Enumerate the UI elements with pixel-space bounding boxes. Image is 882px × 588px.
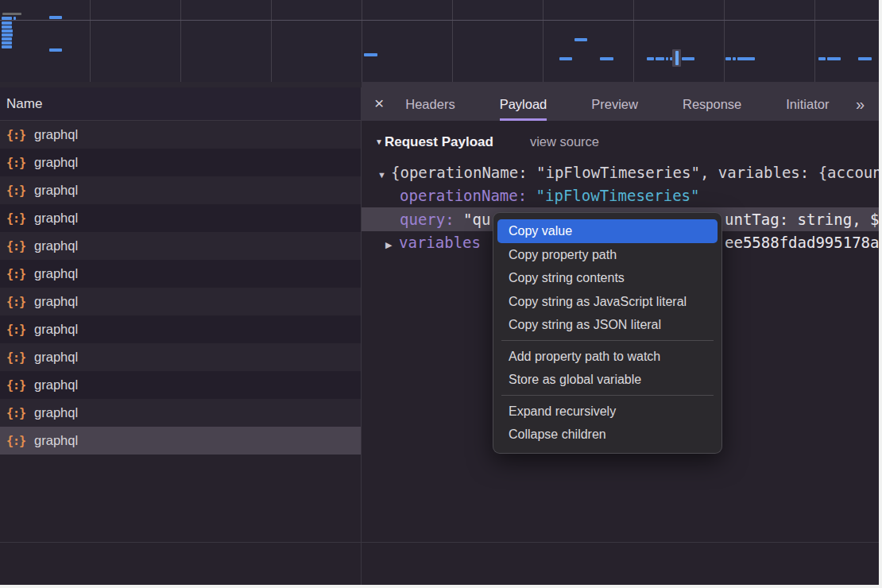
fetch-xhr-icon: {:} bbox=[6, 267, 25, 281]
fetch-xhr-icon: {:} bbox=[6, 239, 25, 253]
overview-gridline bbox=[633, 0, 634, 82]
request-name-label: graphql bbox=[34, 377, 78, 393]
menu-separator bbox=[501, 340, 714, 341]
overview-gridline bbox=[724, 0, 725, 82]
overview-request-bar bbox=[858, 57, 872, 60]
details-tabs: HeadersPayloadPreviewResponseInitiator bbox=[405, 87, 829, 121]
overview-gridline bbox=[452, 0, 453, 82]
name-column-header[interactable]: Name bbox=[0, 87, 361, 121]
overview-request-bar bbox=[647, 57, 654, 60]
devtools-network-window: Name {:}graphql{:}graphql{:}graphql{:}gr… bbox=[0, 0, 882, 588]
overview-request-bar bbox=[2, 21, 12, 25]
request-name-label: graphql bbox=[34, 127, 78, 142]
fetch-xhr-icon: {:} bbox=[6, 378, 25, 393]
request-name-label: graphql bbox=[34, 155, 78, 170]
view-source-link[interactable]: view source bbox=[530, 134, 599, 149]
menu-item-collapse-children[interactable]: Collapse children bbox=[493, 423, 721, 447]
menu-item-copy-string-as-json-literal[interactable]: Copy string as JSON literal bbox=[493, 313, 721, 337]
close-icon[interactable]: × bbox=[362, 94, 384, 114]
overview-request-bar bbox=[666, 57, 668, 60]
tab-payload[interactable]: Payload bbox=[500, 87, 547, 121]
menu-item-copy-string-contents[interactable]: Copy string contents bbox=[493, 266, 721, 290]
overview-hgridline bbox=[0, 20, 882, 21]
details-tab-bar: × HeadersPayloadPreviewResponseInitiator… bbox=[362, 87, 882, 121]
tab-response[interactable]: Response bbox=[683, 87, 741, 121]
payload-root-preview: {operationName: "ipFlowTimeseries", vari… bbox=[391, 164, 882, 181]
overview-request-bar bbox=[49, 48, 62, 52]
context-menu: Copy valueCopy property pathCopy string … bbox=[493, 212, 722, 454]
section-title: Request Payload bbox=[385, 134, 493, 149]
request-name-label: graphql bbox=[34, 433, 78, 448]
overview-request-bar bbox=[2, 29, 13, 33]
menu-item-copy-string-as-javascript-literal[interactable]: Copy string as JavaScript literal bbox=[493, 290, 721, 314]
screenshot-edge-right bbox=[879, 0, 882, 588]
menu-item-expand-recursively[interactable]: Expand recursively bbox=[493, 400, 721, 424]
request-row[interactable]: {:}graphql bbox=[0, 343, 361, 371]
request-row[interactable]: {:}graphql bbox=[0, 204, 361, 232]
overview-request-bar bbox=[364, 53, 377, 56]
tab-initiator[interactable]: Initiator bbox=[786, 87, 829, 121]
expand-arrow-icon[interactable]: ▼ bbox=[377, 164, 391, 184]
request-row[interactable]: {:}graphql bbox=[0, 427, 361, 455]
variables-value-right: ee5588fdad995178a0 bbox=[725, 231, 882, 254]
overview-request-bar bbox=[2, 37, 12, 41]
request-row[interactable]: {:}graphql bbox=[0, 232, 361, 260]
query-key: query: bbox=[400, 211, 463, 228]
menu-separator bbox=[501, 395, 714, 396]
overview-request-bar bbox=[2, 25, 12, 29]
overview-request-bar bbox=[656, 57, 664, 60]
fetch-xhr-icon: {:} bbox=[6, 406, 25, 420]
request-row[interactable]: {:}graphql bbox=[0, 149, 361, 176]
overview-request-bar bbox=[675, 51, 679, 65]
request-name-label: graphql bbox=[34, 266, 78, 281]
overview-request-bar bbox=[733, 57, 736, 60]
request-payload-header: ▼Request Payloadview source bbox=[362, 129, 599, 154]
request-row[interactable]: {:}graphql bbox=[0, 121, 361, 149]
footer-divider bbox=[0, 542, 882, 543]
request-row[interactable]: {:}graphql bbox=[0, 315, 361, 343]
request-name-label: graphql bbox=[34, 294, 78, 309]
expand-arrow-icon[interactable]: ▶ bbox=[385, 234, 399, 254]
collapse-triangle-icon[interactable]: ▼ bbox=[375, 137, 383, 146]
payload-operation-row[interactable]: operationName: "ipFlowTimeseries" bbox=[362, 184, 882, 207]
request-row[interactable]: {:}graphql bbox=[0, 176, 361, 204]
overview-request-bar bbox=[682, 57, 694, 60]
menu-item-copy-value[interactable]: Copy value bbox=[497, 219, 718, 243]
overview-gridline bbox=[180, 0, 181, 82]
payload-root-row[interactable]: ▼{operationName: "ipFlowTimeseries", var… bbox=[362, 161, 882, 184]
overview-gridline bbox=[90, 0, 91, 82]
requests-panel: Name {:}graphql{:}graphql{:}graphql{:}gr… bbox=[0, 87, 362, 588]
overview-bottom-strip-right bbox=[362, 82, 882, 87]
request-row[interactable]: {:}graphql bbox=[0, 260, 361, 288]
overview-bottom-strip-left bbox=[0, 82, 362, 87]
request-name-label: graphql bbox=[34, 211, 78, 226]
overview-request-bar bbox=[574, 38, 587, 41]
request-row[interactable]: {:}graphql bbox=[0, 371, 361, 399]
overview-request-bar bbox=[827, 57, 841, 60]
overview-request-bar bbox=[559, 57, 572, 60]
fetch-xhr-icon: {:} bbox=[6, 323, 25, 337]
tab-preview[interactable]: Preview bbox=[591, 87, 638, 121]
overview-request-bar bbox=[49, 16, 62, 19]
operation-key: operationName: bbox=[400, 187, 536, 204]
overview-request-bar bbox=[725, 57, 731, 60]
fetch-xhr-icon: {:} bbox=[6, 128, 25, 142]
request-name-label: graphql bbox=[34, 238, 78, 253]
tab-headers[interactable]: Headers bbox=[405, 87, 455, 121]
overview-gridline bbox=[543, 0, 544, 82]
request-row[interactable]: {:}graphql bbox=[0, 288, 361, 315]
menu-item-store-as-global-variable[interactable]: Store as global variable bbox=[493, 368, 721, 392]
request-name-label: graphql bbox=[34, 405, 78, 420]
fetch-xhr-icon: {:} bbox=[6, 184, 25, 198]
name-column-label: Name bbox=[6, 96, 42, 111]
request-row[interactable]: {:}graphql bbox=[0, 399, 361, 427]
network-overview-timeline[interactable] bbox=[0, 0, 882, 82]
overview-request-bar bbox=[818, 57, 826, 60]
query-value-right: untTag: string, $f bbox=[725, 207, 882, 231]
menu-item-copy-property-path[interactable]: Copy property path bbox=[493, 243, 721, 267]
query-value-left: "qu bbox=[463, 211, 490, 228]
overview-request-bar bbox=[2, 41, 12, 44]
fetch-xhr-icon: {:} bbox=[6, 434, 25, 448]
menu-item-add-property-path-to-watch[interactable]: Add property path to watch bbox=[493, 345, 721, 369]
fetch-xhr-icon: {:} bbox=[6, 350, 25, 365]
